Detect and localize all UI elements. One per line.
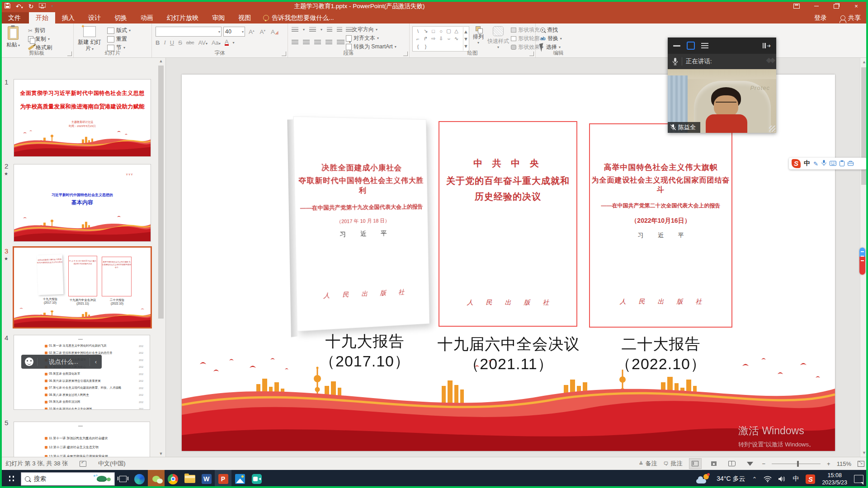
copy-button[interactable]: 复制▾ [28,35,52,43]
shape-glyph[interactable]: ⇨ [429,35,437,42]
language-indicator[interactable]: 中文(中国) [98,460,126,468]
ribbon-display-options-icon[interactable] [787,0,807,12]
character-spacing-button[interactable]: AV▾ [198,39,208,46]
align-right-icon[interactable] [314,40,321,45]
taskbar-app-meeting[interactable] [248,470,265,488]
thumbnail-slide-3-selected[interactable]: 决胜全面建成小康社会 夺取新时代中国特色社会主义伟大胜利 中 共 中 央 关于党… [13,246,152,328]
thumbnail-slide-4[interactable]: 01.第一讲 马克思主义中国化时代化新的飞跃 202 02.第二讲 坚持和发展中… [14,335,150,410]
zoom-level[interactable]: 115% [837,460,851,467]
tab-insert[interactable]: 插入 [55,12,81,23]
close-button[interactable]: × [846,0,866,12]
tab-home[interactable]: 开始 [29,12,55,23]
taskbar-app-chrome[interactable] [165,470,181,488]
shrink-font-button[interactable]: A▾ [258,28,268,35]
virtual-keyboard-icon[interactable] [830,161,836,167]
decrease-indent-icon[interactable] [327,27,332,32]
sogou-tray-icon[interactable]: S [806,474,815,484]
minimize-button[interactable] [807,0,826,12]
zoom-in-button[interactable]: + [827,460,830,467]
font-size-combo[interactable]: 40▾ [223,27,245,37]
spellcheck-icon[interactable] [80,461,86,467]
sogou-logo-icon[interactable]: S [792,159,801,168]
sign-in-button[interactable]: 登录 [808,12,833,23]
slide-sorter-view-button[interactable] [708,459,720,469]
cut-button[interactable]: ✂剪切 [28,26,52,35]
quick-styles-button[interactable]: 快速样式▾ [486,25,510,51]
italic-button[interactable]: I [164,39,165,46]
taskbar-search-box[interactable]: 搜索 [21,472,115,486]
shape-glyph[interactable]: □ [429,27,437,35]
normal-view-button[interactable] [689,458,702,469]
bold-button[interactable]: B [156,39,160,46]
tell-me-box[interactable]: 告诉我您想要做什么... [258,12,340,23]
scroll-down-icon[interactable]: ▼ [860,449,868,456]
book-cover-19th-congress[interactable]: 决胜全面建成小康社会 夺取新时代中国特色社会主义伟大胜利 ——在中国共产党第十九… [293,116,430,331]
shape-glyph[interactable]: } [422,42,429,50]
grow-font-button[interactable]: A▴ [247,28,256,35]
scrollbar-thumb[interactable] [158,66,164,319]
text-direction-button[interactable]: 文字方向▾ [346,25,396,34]
subscript-button[interactable]: abc [186,40,194,45]
notes-toggle[interactable]: ≜备注 [639,460,657,468]
toolbox-icon[interactable] [848,160,854,167]
zoom-slider-thumb[interactable] [797,461,799,467]
shapes-gallery-scroll[interactable]: ▲▼▼ [463,27,468,51]
tab-view[interactable]: 视图 [231,12,258,23]
underline-button[interactable]: U [170,39,174,46]
thumbnail-slide-1[interactable]: 全面贯彻学习习近平新时代中国特色社会主义思想 为学校高质量发展和推进海南自贸港建… [14,79,151,157]
action-center-icon[interactable] [854,475,863,483]
search-highlight-turtle-image[interactable] [94,475,111,484]
paste-button[interactable]: 粘贴 ▾ [1,25,25,49]
smiley-icon[interactable] [25,357,33,366]
font-color-button[interactable]: A [225,39,229,46]
menu-icon[interactable] [701,43,708,48]
arrange-button[interactable]: 排列▾ [470,25,486,46]
align-text-button[interactable]: 对齐文本▾ [346,34,396,42]
weather-text[interactable]: 34°C 多云 [717,475,745,483]
webcam-overlay[interactable]: ➜ 正在讲话: ◆◆ Protec 陈益全 [668,38,776,133]
thumbnail-slide-5[interactable]: 11.第十一讲 加强以民生为重点的社会建设 12.第十二讲 建设社会主义生态文明… [14,422,150,457]
shape-glyph[interactable]: ⇩ [437,35,445,42]
justify-icon[interactable] [326,40,332,45]
reading-view-button[interactable] [726,459,738,469]
task-view-button[interactable] [115,470,131,488]
zoom-out-button[interactable]: − [762,460,766,467]
scroll-up-icon[interactable]: ▲ [157,57,165,65]
align-center-icon[interactable] [303,40,310,45]
taskbar-app-wechat[interactable] [148,470,165,488]
tab-file[interactable]: 文件 [0,12,29,23]
taskbar-app-word[interactable]: W [198,470,215,488]
thermometer-widget[interactable] [859,248,865,275]
scroll-up-icon[interactable]: ▲ [860,58,868,66]
resize-handle[interactable] [769,126,775,132]
chat-collapse-icon[interactable]: ‹ [90,359,102,365]
tab-animations[interactable]: 动画 [134,12,160,23]
shape-glyph[interactable]: ⌣ [445,35,453,42]
ime-indicator[interactable]: 中 [793,475,799,483]
voice-input-icon[interactable] [821,160,826,167]
shape-glyph[interactable]: { [414,42,422,50]
taskbar-app-photos[interactable] [231,470,248,488]
strikethrough-button[interactable]: S [178,39,182,46]
zoom-slider[interactable] [772,464,821,464]
speaker-icon[interactable] [778,476,786,482]
layout-button[interactable]: 版式▾ [107,26,131,35]
thumbnail-scrollbar[interactable]: ▲ ▼ [157,57,165,457]
new-slide-button[interactable]: 新建 幻灯片 ▾ [76,25,103,52]
ime-toolbar[interactable]: S 中 ✎ [789,158,867,169]
maximize-icon[interactable] [687,42,695,50]
taskbar-app-explorer[interactable] [181,470,198,488]
bullets-icon[interactable] [292,27,298,32]
share-button[interactable]: 共享 [833,12,868,23]
taskbar-app-powerpoint[interactable]: P [215,470,231,488]
hidden-icons-chevron[interactable]: ⌃ [752,476,757,483]
handwriting-pen-icon[interactable]: ✎ [813,161,818,167]
fit-slide-to-window-icon[interactable] [858,461,864,467]
increase-indent-icon[interactable] [337,27,342,32]
start-button[interactable] [0,470,21,488]
chat-placeholder[interactable]: 说点什么... [38,358,90,366]
scroll-down-icon[interactable]: ▼ [157,450,165,457]
tab-design[interactable]: 设计 [81,12,108,23]
change-case-button[interactable]: Aa▾ [212,39,221,46]
shape-glyph[interactable]: ∿ [453,35,460,42]
